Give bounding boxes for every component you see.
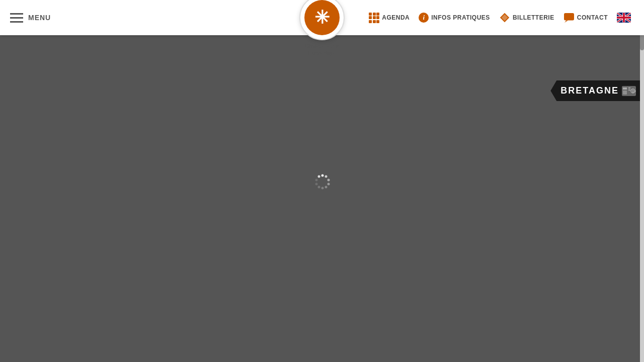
contact-icon [564, 13, 575, 23]
svg-point-18 [321, 187, 324, 190]
svg-rect-2 [564, 13, 574, 21]
bretagne-badge[interactable]: BRETAGNE B= [550, 80, 644, 101]
header-left: MENU [0, 13, 51, 23]
nav-agenda[interactable]: AGENDA [366, 11, 413, 25]
svg-point-19 [318, 186, 320, 189]
svg-marker-3 [565, 20, 568, 23]
scrollbar[interactable] [640, 0, 644, 362]
svg-point-16 [328, 183, 330, 186]
svg-rect-26 [628, 89, 630, 90]
svg-rect-27 [623, 90, 627, 95]
logo-asterisk-icon: ✳ [314, 9, 330, 27]
bretagne-logo-inner: B= [622, 86, 636, 96]
logo-container[interactable]: ✳ Château de la Hunaudaye [299, 0, 345, 57]
svg-rect-24 [623, 87, 627, 89]
svg-point-22 [318, 175, 320, 178]
uk-flag-icon [617, 13, 631, 23]
svg-rect-12 [617, 17, 631, 19]
contact-label: CONTACT [577, 14, 608, 21]
svg-point-21 [315, 179, 318, 182]
infos-label: INFOS PRATIQUES [431, 14, 490, 21]
bretagne-logo: B= [622, 86, 636, 96]
billetterie-label: BILLETTERIE [513, 14, 554, 21]
svg-point-17 [325, 186, 328, 189]
agenda-icon [369, 13, 379, 23]
loading-spinner [314, 173, 330, 189]
nav-billetterie[interactable]: BILLETTERIE [496, 10, 557, 25]
svg-point-14 [325, 175, 328, 178]
nav-infos[interactable]: i INFOS PRATIQUES [416, 11, 493, 25]
logo-circle: ✳ [299, 0, 345, 40]
logo-asterisk-bg: ✳ [304, 0, 340, 35]
svg-point-20 [315, 183, 318, 186]
header: MENU ✳ Château de la Hunaudaye AGENDA [0, 0, 644, 35]
svg-point-13 [321, 174, 324, 177]
agenda-label: AGENDA [382, 14, 410, 21]
logo-text: Château de la Hunaudaye [305, 42, 340, 57]
svg-point-15 [328, 179, 330, 182]
nav-contact[interactable]: CONTACT [560, 11, 611, 25]
menu-label[interactable]: MENU [28, 14, 51, 22]
svg-text:B=: B= [632, 89, 636, 93]
svg-rect-25 [628, 87, 630, 88]
billetterie-icon [499, 12, 510, 23]
hamburger-menu-button[interactable] [10, 13, 23, 23]
language-switcher[interactable] [614, 11, 634, 25]
header-nav: AGENDA i INFOS PRATIQUES BILLETTERIE [366, 10, 644, 25]
infos-icon: i [419, 13, 429, 23]
bretagne-text: BRETAGNE [560, 85, 619, 96]
